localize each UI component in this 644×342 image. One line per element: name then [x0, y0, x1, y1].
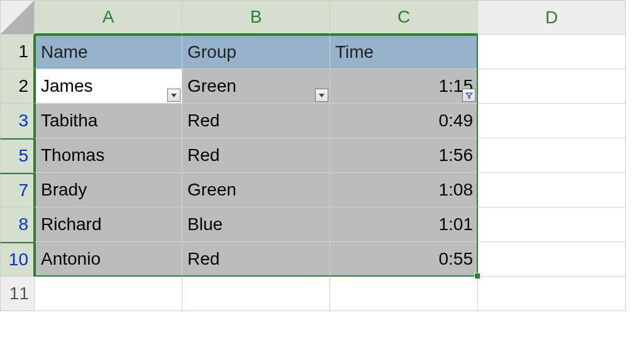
cell-A11[interactable] [35, 277, 182, 311]
cell-D8[interactable] [478, 207, 626, 242]
cell-D11[interactable] [478, 277, 626, 311]
col-header-A[interactable]: A [35, 0, 182, 35]
cell-C11[interactable] [330, 277, 478, 311]
cell-C5[interactable]: 1:56 [330, 138, 478, 173]
cell-B11[interactable] [182, 277, 330, 311]
row-header-11[interactable]: 11 [0, 277, 35, 311]
cell-value: Green [187, 76, 236, 96]
cell-D1[interactable] [478, 35, 626, 69]
cell-value: James [41, 76, 92, 96]
cell-D3[interactable] [478, 104, 626, 138]
row-header-2[interactable]: 2 [0, 69, 35, 104]
cell-A5[interactable]: Thomas [35, 138, 182, 173]
cell-C8[interactable]: 1:01 [330, 207, 478, 242]
filter-button-B[interactable] [315, 89, 328, 102]
cell-A2[interactable]: James [35, 69, 182, 104]
cell-B7[interactable]: Green [182, 173, 330, 207]
cell-D7[interactable] [478, 173, 626, 207]
row-header-1[interactable]: 1 [0, 35, 35, 69]
filter-button-A[interactable] [167, 89, 180, 102]
col-header-C[interactable]: C [330, 0, 478, 35]
cell-B10[interactable]: Red [182, 242, 330, 277]
cell-D5[interactable] [478, 138, 626, 173]
row-header-8[interactable]: 8 [0, 207, 35, 242]
row-header-10[interactable]: 10 [0, 242, 35, 277]
cell-A3[interactable]: Tabitha [35, 104, 182, 138]
col-header-D[interactable]: D [478, 0, 626, 35]
cell-B5[interactable]: Red [182, 138, 330, 173]
cell-B3[interactable]: Red [182, 104, 330, 138]
cell-D10[interactable] [478, 242, 626, 277]
cell-A1[interactable]: Name [35, 35, 182, 69]
cell-C2[interactable]: 1:15 [330, 69, 478, 104]
cell-C7[interactable]: 1:08 [330, 173, 478, 207]
row-header-3[interactable]: 3 [0, 104, 35, 138]
cell-D2[interactable] [478, 69, 626, 104]
row-header-7[interactable]: 7 [0, 173, 35, 207]
cell-C3[interactable]: 0:49 [330, 104, 478, 138]
cell-A10[interactable]: Antonio [35, 242, 182, 277]
cell-B1[interactable]: Group [182, 35, 330, 69]
cell-B8[interactable]: Blue [182, 207, 330, 242]
cell-A8[interactable]: Richard [35, 207, 182, 242]
cell-C10[interactable]: 0:55 [330, 242, 478, 277]
cell-C1[interactable]: Time [330, 35, 478, 69]
filter-button-C-active[interactable] [462, 89, 475, 102]
row-header-5[interactable]: 5 [0, 138, 35, 173]
spreadsheet-grid: A B C D 1 Name Group Time 2 James Green … [0, 0, 644, 311]
select-all-corner[interactable] [0, 0, 35, 35]
col-header-B[interactable]: B [182, 0, 330, 35]
cell-B2[interactable]: Green [182, 69, 330, 104]
cell-A7[interactable]: Brady [35, 173, 182, 207]
